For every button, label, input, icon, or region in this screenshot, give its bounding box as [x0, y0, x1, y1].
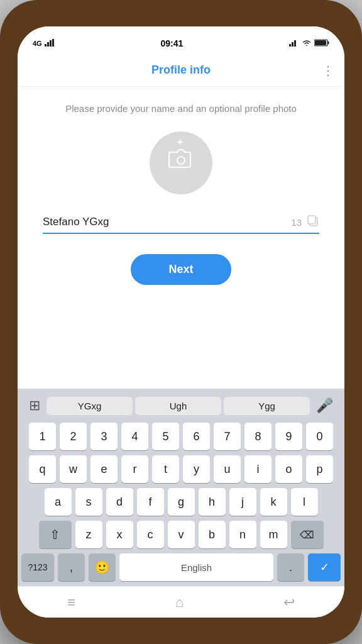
- suggestions-row: ⊞ YGxg Ugh Ygg 🎤: [21, 394, 341, 418]
- svg-rect-5: [292, 42, 293, 47]
- emoji-key[interactable]: 🙂: [89, 553, 116, 581]
- key-t[interactable]: t: [152, 455, 179, 483]
- key-u[interactable]: u: [214, 455, 241, 483]
- key-y[interactable]: y: [183, 455, 210, 483]
- key-d[interactable]: d: [106, 488, 133, 516]
- key-g[interactable]: g: [168, 488, 195, 516]
- period-key[interactable]: .: [277, 553, 304, 581]
- battery-icon: [314, 39, 329, 48]
- svg-point-10: [177, 157, 185, 164]
- key-1[interactable]: 1: [29, 423, 56, 450]
- key-p[interactable]: p: [306, 455, 333, 483]
- row-qwerty: q w e r t y u i o p: [21, 455, 341, 483]
- key-8[interactable]: 8: [244, 423, 272, 450]
- svg-rect-1: [47, 42, 49, 47]
- key-4[interactable]: 4: [121, 423, 148, 450]
- svg-rect-6: [294, 40, 296, 47]
- key-3[interactable]: 3: [90, 423, 118, 450]
- svg-rect-9: [328, 41, 329, 44]
- comma-key[interactable]: ,: [58, 553, 85, 581]
- key-0[interactable]: 0: [306, 423, 333, 450]
- bottom-nav: ≡ ⌂ ↩: [18, 586, 344, 618]
- key-5[interactable]: 5: [152, 423, 179, 450]
- space-key[interactable]: English: [119, 553, 273, 581]
- key-e[interactable]: e: [90, 455, 118, 483]
- svg-rect-4: [289, 44, 291, 47]
- status-left: 4G: [33, 39, 55, 48]
- key-9[interactable]: 9: [275, 423, 302, 450]
- plus-icon: +: [177, 136, 183, 148]
- suggestion-2[interactable]: Ygg: [224, 397, 310, 415]
- notch: [131, 0, 231, 18]
- suggestion-0[interactable]: YGxg: [47, 397, 133, 415]
- key-i[interactable]: i: [244, 455, 272, 483]
- next-button[interactable]: Next: [131, 254, 231, 285]
- grid-icon[interactable]: ⊞: [24, 394, 45, 418]
- key-x[interactable]: x: [106, 521, 133, 548]
- phone-frame: 4G 09:41 Profile info ⋮: [0, 0, 362, 644]
- svg-rect-12: [308, 216, 315, 224]
- key-w[interactable]: w: [60, 455, 87, 483]
- name-input[interactable]: [43, 216, 291, 228]
- svg-rect-2: [50, 40, 52, 47]
- wifi-icon: [302, 39, 312, 48]
- suggestion-1[interactable]: Ugh: [135, 397, 221, 415]
- key-l[interactable]: l: [291, 488, 318, 516]
- key-v[interactable]: v: [168, 521, 195, 548]
- key-k[interactable]: k: [260, 488, 287, 516]
- home-nav-icon[interactable]: ⌂: [175, 594, 184, 611]
- return-key[interactable]: ✓: [308, 553, 341, 581]
- carrier-icon: 4G: [33, 40, 42, 47]
- key-a[interactable]: a: [45, 488, 72, 516]
- signal-right: [289, 39, 299, 48]
- svg-rect-8: [315, 40, 326, 45]
- subtitle-text: Please provide your name and an optional…: [65, 102, 297, 116]
- key-2[interactable]: 2: [60, 423, 87, 450]
- page-title: Profile info: [151, 64, 211, 77]
- menu-nav-icon[interactable]: ≡: [67, 594, 75, 611]
- key-b[interactable]: b: [199, 521, 226, 548]
- key-s[interactable]: s: [75, 488, 102, 516]
- shift-key[interactable]: ⇧: [39, 521, 72, 548]
- row-asdf: a s d f g h j k l: [21, 488, 341, 516]
- bottom-keyboard-row: ?123 , 🙂 English . ✓: [21, 553, 341, 581]
- row-zxcvbnm: ⇧ z x c v b n m ⌫: [21, 521, 341, 548]
- key-f[interactable]: f: [137, 488, 164, 516]
- camera-icon: [167, 148, 195, 177]
- keyboard: ⊞ YGxg Ugh Ygg 🎤 1 2 3 4 5 6 7 8 9 0: [18, 389, 344, 586]
- copy-icon[interactable]: [307, 214, 319, 230]
- key-7[interactable]: 7: [214, 423, 241, 450]
- key-o[interactable]: o: [275, 455, 302, 483]
- char-count: 13: [291, 217, 302, 228]
- key-h[interactable]: h: [199, 488, 226, 516]
- status-bar: 4G 09:41: [18, 26, 344, 54]
- svg-rect-0: [45, 44, 47, 47]
- key-n[interactable]: n: [229, 521, 256, 548]
- key-m[interactable]: m: [260, 521, 287, 548]
- numbers-switch-key[interactable]: ?123: [21, 553, 54, 581]
- phone-screen: 4G 09:41 Profile info ⋮: [18, 26, 344, 618]
- key-6[interactable]: 6: [183, 423, 210, 450]
- key-q[interactable]: q: [29, 455, 56, 483]
- name-input-row: 13: [43, 214, 319, 234]
- back-nav-icon[interactable]: ↩: [283, 594, 295, 611]
- key-z[interactable]: z: [75, 521, 102, 548]
- number-row: 1 2 3 4 5 6 7 8 9 0: [21, 423, 341, 450]
- key-r[interactable]: r: [121, 455, 148, 483]
- menu-button[interactable]: ⋮: [322, 63, 334, 78]
- svg-rect-3: [52, 39, 54, 47]
- backspace-key[interactable]: ⌫: [291, 521, 324, 548]
- app-header: Profile info ⋮: [18, 54, 344, 87]
- status-right: [289, 39, 329, 48]
- mic-icon[interactable]: 🎤: [311, 394, 338, 418]
- key-c[interactable]: c: [137, 521, 164, 548]
- key-j[interactable]: j: [229, 488, 256, 516]
- main-content: Please provide your name and an optional…: [18, 87, 344, 389]
- avatar-photo-button[interactable]: +: [150, 131, 212, 194]
- time-display: 09:41: [160, 38, 183, 48]
- signal-bars: [45, 39, 55, 48]
